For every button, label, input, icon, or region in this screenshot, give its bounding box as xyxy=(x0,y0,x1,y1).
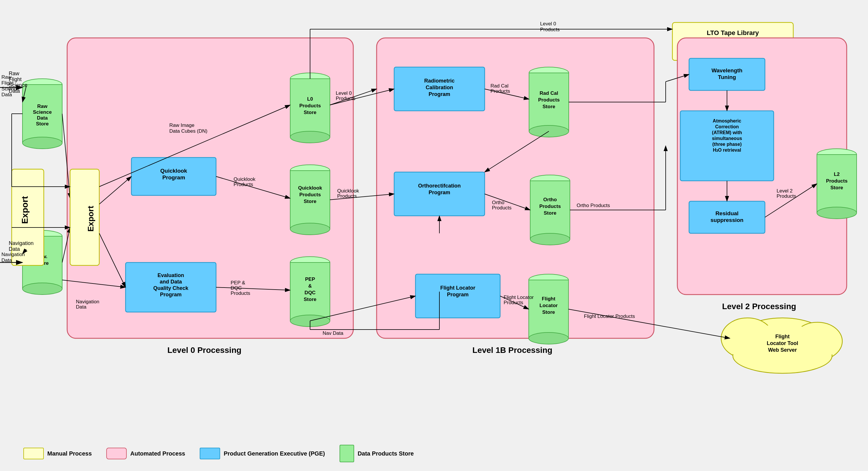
svg-text:Products: Products xyxy=(336,96,355,101)
svg-text:Store: Store xyxy=(304,297,316,302)
svg-text:Program: Program xyxy=(429,190,450,195)
svg-text:Program: Program xyxy=(160,292,182,298)
svg-text:Tuning: Tuning xyxy=(718,74,736,80)
svg-text:Rad Cal: Rad Cal xyxy=(539,91,558,96)
svg-text:Level 2: Level 2 xyxy=(777,188,793,194)
svg-point-8 xyxy=(23,137,62,149)
svg-text:Store: Store xyxy=(304,110,316,115)
svg-text:Nav Data: Nav Data xyxy=(322,330,343,336)
svg-text:Program: Program xyxy=(162,174,185,180)
svg-text:Flight: Flight xyxy=(1,80,14,86)
svg-text:Data: Data xyxy=(1,92,12,97)
svg-text:Flight Locator: Flight Locator xyxy=(440,285,475,291)
svg-point-75 xyxy=(530,233,570,245)
svg-text:Navigation: Navigation xyxy=(9,240,34,246)
svg-text:Data: Data xyxy=(9,246,20,252)
svg-rect-107 xyxy=(817,155,857,213)
svg-text:Calibration: Calibration xyxy=(426,85,453,91)
svg-text:DQC: DQC xyxy=(231,285,242,291)
svg-text:Locator: Locator xyxy=(539,303,558,308)
svg-text:Locator Tool: Locator Tool xyxy=(767,340,798,346)
legend-store: Data Products Store xyxy=(340,445,414,462)
svg-point-120 xyxy=(797,326,838,359)
svg-text:Data: Data xyxy=(1,258,12,263)
svg-text:Quicklook: Quicklook xyxy=(298,185,322,191)
svg-point-119 xyxy=(723,322,769,357)
svg-text:Quality Check: Quality Check xyxy=(153,285,189,291)
svg-text:Products: Products xyxy=(504,300,523,305)
svg-text:Raw: Raw xyxy=(1,74,12,80)
svg-text:Ortho Products: Ortho Products xyxy=(577,203,610,208)
svg-text:suppression: suppression xyxy=(711,217,744,223)
svg-text:Data Cubes (DN): Data Cubes (DN) xyxy=(169,128,207,134)
svg-text:Atmospheric: Atmospheric xyxy=(713,119,741,123)
svg-text:Ortho: Ortho xyxy=(543,197,557,202)
legend-pge: Product Generation Executive (PGE) xyxy=(200,448,325,459)
svg-rect-74 xyxy=(530,181,570,239)
svg-text:Raw: Raw xyxy=(37,104,48,109)
svg-text:and Data: and Data xyxy=(160,279,182,284)
svg-text:L0: L0 xyxy=(307,96,313,102)
legend-store-label: Data Products Store xyxy=(358,450,414,457)
svg-text:Data: Data xyxy=(37,115,48,121)
svg-text:H₂O retrieval: H₂O retrieval xyxy=(713,147,741,153)
svg-text:Products: Products xyxy=(491,88,510,94)
svg-text:Data: Data xyxy=(76,304,86,310)
svg-text:Products: Products xyxy=(826,178,847,184)
svg-text:Wavelength: Wavelength xyxy=(712,67,742,73)
svg-text:&: & xyxy=(308,283,312,289)
svg-text:Quicklook: Quicklook xyxy=(234,176,255,182)
svg-text:Rad Cal: Rad Cal xyxy=(491,83,508,89)
svg-text:PEP: PEP xyxy=(305,276,315,282)
svg-text:LTO Tape Library: LTO Tape Library xyxy=(707,29,759,36)
svg-text:Products: Products xyxy=(492,205,512,210)
legend-manual: Manual Process xyxy=(23,448,92,459)
svg-text:Export: Export xyxy=(20,196,30,224)
svg-point-86 xyxy=(529,333,568,344)
svg-text:Products: Products xyxy=(299,192,321,197)
svg-text:Flight Locator Products: Flight Locator Products xyxy=(584,313,635,319)
svg-text:Export: Export xyxy=(86,206,95,232)
svg-text:Program: Program xyxy=(429,91,450,97)
svg-text:Web Server: Web Server xyxy=(768,347,797,353)
svg-text:Quicklook: Quicklook xyxy=(160,168,187,174)
svg-text:Raw Image: Raw Image xyxy=(169,123,194,128)
svg-point-37 xyxy=(290,223,330,235)
svg-text:Correction: Correction xyxy=(715,124,739,129)
svg-point-17 xyxy=(23,283,62,295)
svg-text:Store: Store xyxy=(544,210,556,216)
svg-text:Products: Products xyxy=(231,291,250,296)
svg-text:Products: Products xyxy=(538,97,560,103)
legend-pge-label: Product Generation Executive (PGE) xyxy=(224,450,325,457)
legend-automated: Automated Process xyxy=(106,448,185,459)
svg-text:Quicklook: Quicklook xyxy=(337,188,359,194)
svg-text:Level 0 Processing: Level 0 Processing xyxy=(167,346,242,355)
svg-text:Level 0: Level 0 xyxy=(336,91,352,96)
svg-text:DQC: DQC xyxy=(305,290,316,296)
svg-text:Radiometric: Radiometric xyxy=(424,78,455,84)
svg-text:Products: Products xyxy=(540,27,560,32)
svg-text:Flight: Flight xyxy=(775,334,790,339)
svg-text:L2: L2 xyxy=(834,171,840,177)
svg-text:Store: Store xyxy=(36,121,49,127)
svg-text:Level 0: Level 0 xyxy=(540,21,556,27)
svg-text:Residual: Residual xyxy=(715,210,738,216)
svg-text:simultaneous: simultaneous xyxy=(712,136,742,141)
svg-text:Products: Products xyxy=(299,103,321,108)
svg-text:Products: Products xyxy=(539,204,561,209)
svg-text:Store: Store xyxy=(304,199,316,204)
svg-text:(ATREM) with: (ATREM) with xyxy=(712,130,742,135)
svg-text:Science: Science xyxy=(1,86,19,92)
svg-text:Flight Locator: Flight Locator xyxy=(504,295,534,300)
svg-text:Products: Products xyxy=(337,193,357,199)
svg-rect-85 xyxy=(529,280,568,338)
svg-text:Store: Store xyxy=(830,185,843,191)
svg-point-108 xyxy=(817,207,857,219)
svg-text:(three phase): (three phase) xyxy=(712,142,742,147)
svg-text:Store: Store xyxy=(542,309,555,315)
svg-text:Level 1B Processing: Level 1B Processing xyxy=(472,346,552,355)
svg-text:Products: Products xyxy=(777,193,796,199)
legend-automated-label: Automated Process xyxy=(130,450,185,457)
svg-text:PEP &: PEP & xyxy=(231,280,245,285)
svg-text:Evaluation: Evaluation xyxy=(157,272,184,278)
